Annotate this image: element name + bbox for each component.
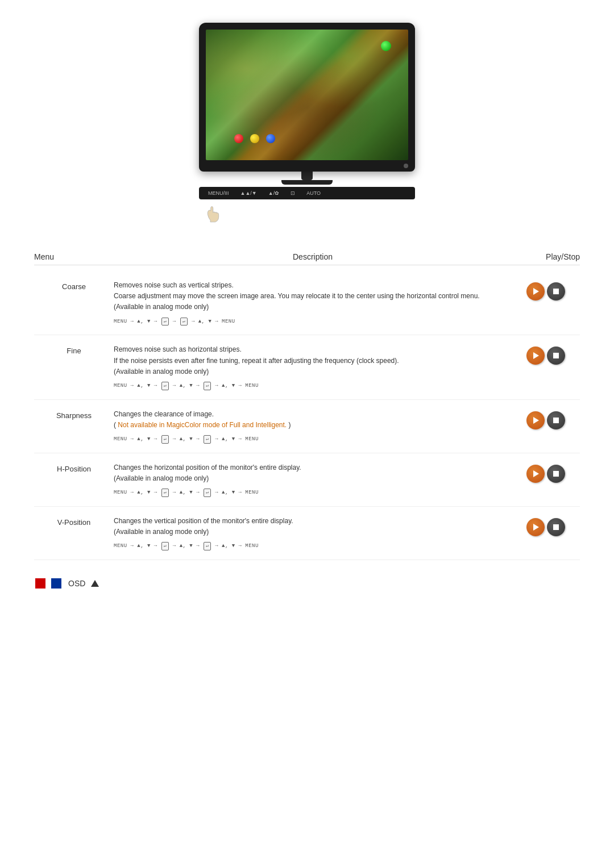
play-icon-vposition bbox=[533, 524, 539, 531]
monitor-body bbox=[199, 23, 415, 172]
hand-cursor-icon bbox=[205, 205, 227, 224]
stop-icon-sharpness bbox=[553, 418, 559, 423]
menu-path-hposition: MENU → ▲, ▼ → ↵ → ▲, ▼ → ↵ → ▲, ▼ → MENU bbox=[114, 489, 500, 497]
play-icon-sharpness bbox=[533, 417, 539, 424]
control-enter: ⊡ bbox=[291, 190, 295, 196]
table-row-vposition: V-Position Changes the vertical position… bbox=[34, 507, 580, 560]
nav-next-button[interactable] bbox=[50, 577, 63, 590]
header-play-stop: Play/Stop bbox=[512, 252, 580, 261]
stop-icon-vposition bbox=[553, 524, 559, 530]
play-button-hposition[interactable] bbox=[526, 465, 545, 483]
ball-blue bbox=[266, 134, 275, 143]
menu-path-sharpness: MENU → ▲, ▼ → ↵ → ▲, ▼ → ↵ → ▲, ▼ → MENU bbox=[114, 435, 500, 444]
table-row-hposition: H-Position Changes the horizontal positi… bbox=[34, 453, 580, 507]
osd-label: OSD bbox=[68, 579, 85, 588]
play-stop-fine bbox=[512, 344, 580, 365]
stop-icon-fine bbox=[553, 353, 559, 358]
nav-next-icon bbox=[51, 578, 61, 589]
table-row-coarse: Coarse Removes noise such as vertical st… bbox=[34, 271, 580, 335]
play-button-fine[interactable] bbox=[526, 347, 545, 365]
menu-path-fine: MENU → ▲, ▼ → ↵ → ▲, ▼ → ↵ → ▲, ▼ → MENU bbox=[114, 382, 500, 390]
stop-button-fine[interactable] bbox=[547, 347, 565, 365]
play-button-vposition[interactable] bbox=[526, 518, 545, 536]
play-stop-sharpness bbox=[512, 409, 580, 429]
control-brightness: ▲▲/▼ bbox=[240, 190, 257, 196]
menu-path-vposition: MENU → ▲, ▼ → ↵ → ▲, ▼ → ↵ → ▲, ▼ → MENU bbox=[114, 542, 500, 550]
settings-table: Menu Description Play/Stop Coarse Remove… bbox=[34, 249, 580, 560]
monitor-stand-bottom bbox=[281, 180, 333, 185]
header-description: Description bbox=[114, 252, 512, 261]
play-stop-coarse bbox=[512, 280, 580, 301]
stop-button-coarse[interactable] bbox=[547, 282, 565, 301]
stop-icon-hposition bbox=[553, 471, 559, 477]
screen-ball-green bbox=[381, 41, 391, 51]
power-dot bbox=[404, 164, 408, 168]
table-row-sharpness: Sharpness Changes the clearance of image… bbox=[34, 400, 580, 453]
nav-prev-icon bbox=[35, 578, 45, 589]
monitor-screen bbox=[206, 30, 408, 160]
desc-sharpness: Changes the clearance of image. ( Not av… bbox=[114, 409, 512, 444]
bottom-navigation: OSD bbox=[34, 577, 580, 590]
play-stop-hposition bbox=[512, 462, 580, 483]
sharpness-orange-text: Not available in MagicColor mode of Full… bbox=[118, 421, 287, 429]
play-stop-vposition bbox=[512, 516, 580, 536]
desc-hposition: Changes the horizontal position of the m… bbox=[114, 462, 512, 497]
label-fine: Fine bbox=[34, 344, 114, 355]
ball-red bbox=[234, 134, 243, 143]
stop-button-vposition[interactable] bbox=[547, 518, 565, 536]
play-button-sharpness[interactable] bbox=[526, 411, 545, 429]
stop-icon-coarse bbox=[553, 289, 559, 294]
monitor-stand-top bbox=[301, 172, 313, 180]
label-coarse: Coarse bbox=[34, 280, 114, 291]
label-sharpness: Sharpness bbox=[34, 409, 114, 420]
menu-path-coarse: MENU → ▲, ▼ → ↵ → ↵ → ▲, ▼ → MENU bbox=[114, 318, 500, 326]
label-vposition: V-Position bbox=[34, 516, 114, 527]
monitor-control-bar: MENU/III ▲▲/▼ ▲/✿ ⊡ AUTO bbox=[199, 187, 415, 199]
ball-yellow bbox=[250, 134, 259, 143]
up-arrow-icon[interactable] bbox=[91, 580, 99, 587]
table-header: Menu Description Play/Stop bbox=[34, 249, 580, 265]
play-icon-fine bbox=[533, 352, 539, 359]
table-row-fine: Fine Removes noise such as horizontal st… bbox=[34, 335, 580, 399]
control-source: ▲/✿ bbox=[268, 190, 279, 196]
play-button-coarse[interactable] bbox=[526, 282, 545, 301]
control-auto: AUTO bbox=[306, 190, 321, 196]
label-hposition: H-Position bbox=[34, 462, 114, 473]
stop-button-hposition[interactable] bbox=[547, 465, 565, 483]
stop-button-sharpness[interactable] bbox=[547, 411, 565, 429]
desc-fine: Removes noise such as horizontal stripes… bbox=[114, 344, 512, 390]
play-icon-hposition bbox=[533, 470, 539, 477]
control-menu: MENU/III bbox=[208, 190, 229, 196]
header-menu: Menu bbox=[34, 252, 114, 261]
nav-prev-button[interactable] bbox=[34, 577, 47, 590]
desc-vposition: Changes the vertical position of the mon… bbox=[114, 516, 512, 550]
play-icon-coarse bbox=[533, 288, 539, 295]
monitor-illustration: MENU/III ▲▲/▼ ▲/✿ ⊡ AUTO bbox=[34, 23, 580, 226]
desc-coarse: Removes noise such as vertical stripes. … bbox=[114, 280, 512, 326]
screen-balls bbox=[234, 134, 275, 143]
